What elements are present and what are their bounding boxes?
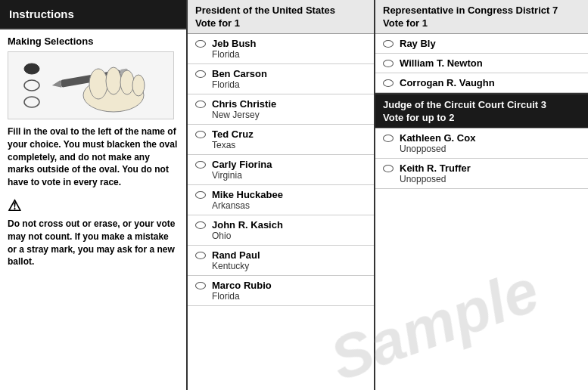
congress-header: Representative in Congress District 7 Vo…: [375, 0, 588, 34]
candidate-state: Florida: [212, 291, 272, 302]
circuit-header: Judge of the Circuit Court Circuit 3 Vot…: [375, 94, 588, 128]
candidate-info: Kathleen G. Cox Unopposed: [400, 132, 475, 154]
table-row[interactable]: Mike Huckabee Arkansas: [188, 185, 374, 215]
table-row[interactable]: Ted Cruz Texas: [188, 125, 374, 155]
instructions-title: Instructions: [9, 8, 74, 20]
candidate-info: Rand Paul Kentucky: [212, 249, 260, 271]
candidate-info: Ted Cruz Texas: [212, 128, 254, 150]
table-row[interactable]: Ray Bly: [375, 34, 588, 54]
candidate-info: Chris Christie New Jersey: [212, 98, 276, 120]
table-row[interactable]: John R. Kasich Ohio: [188, 215, 374, 246]
svg-point-9: [120, 70, 134, 94]
candidate-state: Ohio: [212, 231, 283, 241]
circuit-court-section: Judge of the Circuit Court Circuit 3 Vot…: [375, 94, 588, 390]
ballot-oval[interactable]: [383, 79, 394, 87]
president-candidates-list: Jeb Bush Florida Ben Carson Florida Chri…: [188, 34, 374, 306]
illustration-svg: [15, 54, 166, 118]
circuit-vote-for: Vote for up to 2: [383, 112, 580, 123]
warning-section: ⚠ Do not cross out or erase, or your vot…: [8, 197, 179, 268]
table-row[interactable]: Corrogan R. Vaughn: [375, 73, 588, 93]
ballot-oval[interactable]: [195, 252, 206, 259]
candidate-name: Ted Cruz: [212, 128, 254, 140]
svg-point-1: [24, 80, 39, 91]
table-row[interactable]: Carly Fiorina Virginia: [188, 155, 374, 185]
candidate-state: Texas: [212, 140, 254, 150]
candidate-info: Ray Bly: [400, 38, 436, 49]
svg-point-8: [106, 67, 121, 94]
table-row[interactable]: Kathleen G. Cox Unopposed: [375, 128, 588, 159]
svg-point-10: [132, 75, 145, 96]
candidate-name: Carly Fiorina: [212, 159, 272, 170]
ballot-oval[interactable]: [195, 161, 206, 169]
svg-point-2: [24, 97, 39, 107]
candidate-name: Marco Rubio: [212, 280, 272, 291]
candidate-info: John R. Kasich Ohio: [212, 219, 283, 241]
ballot-oval[interactable]: [383, 165, 394, 172]
table-row[interactable]: Marco Rubio Florida: [188, 276, 374, 306]
svg-point-0: [24, 63, 39, 74]
congress-candidates-list: Ray Bly William T. Newton Corrogan R. Va…: [375, 34, 588, 93]
ballot-oval[interactable]: [195, 191, 206, 199]
candidate-info: Mike Huckabee Arkansas: [212, 189, 283, 211]
candidate-name: Rand Paul: [212, 249, 260, 261]
candidate-name: Jeb Bush: [212, 38, 257, 49]
circuit-candidates-list: Kathleen G. Cox Unopposed Keith R. Truff…: [375, 128, 588, 189]
table-row[interactable]: Keith R. Truffer Unopposed: [375, 159, 588, 189]
circuit-title: Judge of the Circuit Court Circuit 3: [383, 99, 580, 112]
table-row[interactable]: William T. Newton: [375, 54, 588, 73]
candidate-info: Jeb Bush Florida: [212, 38, 257, 60]
president-title: President of the United States: [195, 5, 366, 17]
ballot-oval[interactable]: [195, 101, 206, 108]
candidate-state: Florida: [212, 49, 257, 60]
candidate-state: Kentucky: [212, 261, 260, 271]
fill-in-instruction: Fill in the oval to the left of the name…: [8, 125, 179, 189]
ballot-oval[interactable]: [383, 60, 394, 67]
congress-vote-for: Vote for 1: [383, 17, 580, 29]
candidate-name: Corrogan R. Vaughn: [400, 77, 495, 88]
ballot-oval[interactable]: [383, 135, 394, 142]
table-row[interactable]: Jeb Bush Florida: [188, 34, 374, 64]
ballot-oval[interactable]: [195, 40, 206, 48]
making-selections-label: Making Selections: [8, 36, 179, 47]
svg-point-7: [89, 69, 107, 99]
ballot-oval[interactable]: [195, 70, 206, 78]
warning-text: Do not cross out or erase, or your vote …: [8, 218, 179, 268]
candidate-name: Ray Bly: [400, 38, 436, 49]
warning-icon: ⚠: [8, 197, 179, 215]
svg-marker-4: [51, 80, 62, 89]
candidate-state: New Jersey: [212, 110, 276, 120]
candidate-state: Florida: [212, 79, 267, 90]
instructions-panel: Instructions Making Selections: [0, 0, 188, 390]
candidate-info: Marco Rubio Florida: [212, 280, 272, 302]
candidate-name: William T. Newton: [400, 57, 483, 69]
candidate-state: Unopposed: [400, 174, 471, 184]
ballot-oval[interactable]: [195, 221, 206, 229]
candidate-state: Virginia: [212, 170, 272, 181]
candidate-name: Mike Huckabee: [212, 189, 283, 200]
candidate-info: William T. Newton: [400, 57, 483, 69]
ballot-oval[interactable]: [195, 131, 206, 138]
candidate-state: Arkansas: [212, 200, 283, 211]
table-row[interactable]: Ben Carson Florida: [188, 64, 374, 94]
candidate-name: Kathleen G. Cox: [400, 132, 475, 144]
candidate-name: John R. Kasich: [212, 219, 283, 231]
candidate-info: Carly Fiorina Virginia: [212, 159, 272, 181]
president-vote-for: Vote for 1: [195, 17, 366, 29]
ballot-oval[interactable]: [383, 40, 394, 48]
president-panel: President of the United States Vote for …: [188, 0, 375, 390]
table-row[interactable]: Chris Christie New Jersey: [188, 94, 374, 125]
right-panel: Representative in Congress District 7 Vo…: [375, 0, 588, 390]
candidate-info: Keith R. Truffer Unopposed: [400, 162, 471, 184]
ballot-oval[interactable]: [195, 282, 206, 289]
ballot-illustration: [8, 51, 174, 119]
candidate-name: Chris Christie: [212, 98, 276, 110]
congress-section: Representative in Congress District 7 Vo…: [375, 0, 588, 94]
congress-title: Representative in Congress District 7: [383, 5, 580, 17]
president-header: President of the United States Vote for …: [188, 0, 374, 34]
instructions-header: Instructions: [0, 0, 186, 29]
candidate-info: Ben Carson Florida: [212, 68, 267, 90]
candidate-info: Corrogan R. Vaughn: [400, 77, 495, 88]
table-row[interactable]: Rand Paul Kentucky: [188, 246, 374, 276]
candidate-state: Unopposed: [400, 144, 475, 154]
instructions-body: Making Selections F: [0, 29, 186, 390]
